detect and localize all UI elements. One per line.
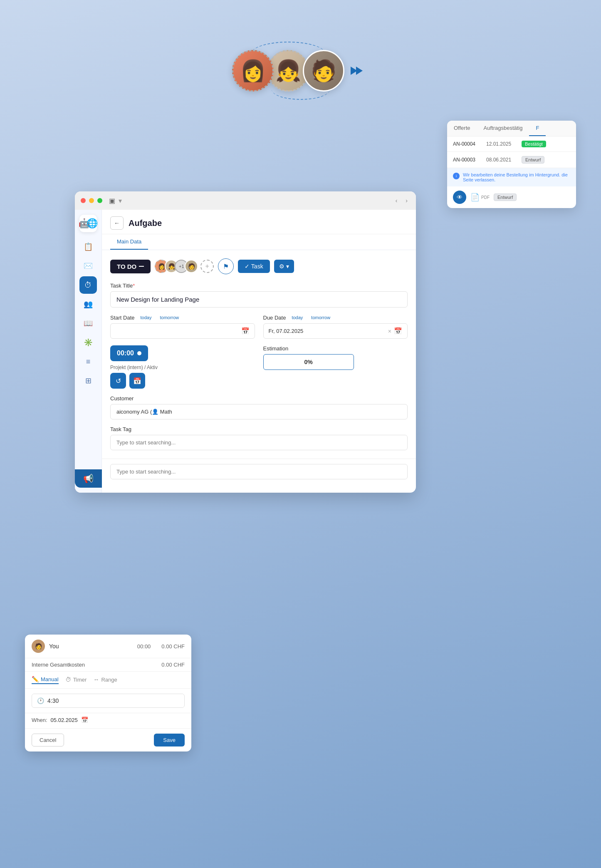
project-label: Projekt (intern) / Aktiv (110, 365, 255, 370)
assignee-3: 🧑 (185, 260, 198, 273)
order-date-1: 12.01.2025 (486, 141, 517, 147)
order-panel-tabs: Offerte Auftragsbestätig F (447, 121, 576, 136)
task-controls: TO DO 👩 👧 +1 🧑 + (110, 258, 408, 274)
order-row-1: AN-00004 12.01.2025 Bestätigt (447, 136, 576, 152)
tab-auftragsbestatigung[interactable]: Auftragsbestätig (477, 121, 529, 136)
view-icon[interactable]: 👁 (453, 191, 466, 204)
mode-range-tab[interactable]: ↔ Range (93, 676, 117, 684)
flag-button[interactable]: ⚑ (218, 258, 234, 274)
order-footer: 👁 📄 PDF Entwurf (447, 186, 576, 208)
clock-icon: 🕐 (37, 697, 44, 704)
order-info: i Wir bearbeiten deine Bestellung im Hin… (447, 168, 576, 186)
task-type-button[interactable]: ✓ Task (238, 260, 270, 273)
back-nav-icon[interactable]: ‹ (393, 196, 400, 205)
time-input[interactable] (47, 697, 179, 704)
due-tomorrow-btn[interactable]: tomorrow (309, 314, 333, 321)
bottom-search-bar (102, 459, 416, 484)
order-id-2: AN-00003 (453, 157, 482, 163)
minimize-dot[interactable] (89, 198, 94, 203)
start-calendar-icon[interactable]: 📅 (241, 327, 250, 335)
sidebar-item-contacts[interactable]: 👥 (79, 295, 97, 313)
time-input-wrapper: 🕐 (32, 694, 185, 708)
back-button[interactable]: ← (110, 216, 124, 230)
when-date: 05.02.2025 (51, 717, 78, 723)
sidebar-item-grid[interactable]: ⊞ (79, 372, 97, 389)
bottom-search-input[interactable] (110, 464, 408, 479)
task-content: TO DO 👩 👧 +1 🧑 + (102, 250, 416, 459)
chevron-down-icon[interactable]: ▾ (119, 197, 122, 205)
flag-icon: ⚑ (223, 263, 229, 270)
user-name: You (49, 643, 133, 650)
gear-icon: ⚙ (279, 263, 284, 270)
sidebar-item-timer[interactable]: ⏱ (79, 276, 97, 294)
project-calendar-button[interactable]: 📅 (129, 373, 145, 389)
sidebar-logo[interactable]: 🤖 🌐 (79, 215, 97, 232)
task-title-input[interactable] (110, 291, 408, 308)
sidebar-item-tasks[interactable]: 📋 (79, 238, 97, 255)
tab-offerte[interactable]: Offerte (447, 121, 477, 136)
time-tracking-panel: 🧑 You 00:00 0.00 CHF Interne Gesamtkoste… (25, 635, 191, 751)
mode-manual-tab[interactable]: ✏️ Manual (32, 676, 59, 684)
order-badge-1: Bestätigt (522, 141, 546, 147)
customer-label: Customer (110, 395, 408, 402)
sidebar: 🤖 🌐 📋 ✉️ ⏱ 👥 📖 ✳️ ≡ (75, 210, 102, 493)
task-tag-input[interactable] (110, 435, 408, 450)
cancel-button[interactable]: Cancel (32, 734, 64, 746)
when-row: When: 05.02.2025 📅 (25, 713, 191, 729)
mode-timer-tab[interactable]: ⏱ Timer (65, 676, 87, 684)
titlebar: ▣ ▾ ‹ › (75, 191, 416, 210)
page-header: ← Aufgabe (102, 210, 416, 234)
when-label: When: (32, 717, 47, 723)
tab-bar: Main Data (102, 234, 416, 250)
required-star: * (133, 283, 135, 289)
start-date-header: Start Date today tomorrow (110, 314, 255, 321)
clock-mode-icon: ⏱ (65, 676, 71, 683)
close-dot[interactable] (81, 198, 86, 203)
layout-icon[interactable]: ▣ (109, 197, 115, 205)
customer-input[interactable] (110, 404, 408, 419)
project-refresh-button[interactable]: ↺ (110, 373, 126, 389)
start-date-label: Start Date (110, 315, 135, 321)
due-date-clear-icon[interactable]: × (388, 328, 391, 335)
estimation-input[interactable] (263, 354, 354, 370)
mail-icon: ✉️ (84, 261, 93, 270)
estimation-row: 00:00 Projekt (intern) / Aktiv ↺ 📅 Estim… (110, 345, 408, 389)
sidebar-item-book[interactable]: 📖 (79, 315, 97, 332)
timer-display[interactable]: 00:00 (110, 345, 148, 361)
start-tomorrow-btn[interactable]: tomorrow (157, 314, 181, 321)
timer-dot (137, 351, 141, 355)
start-date-input[interactable] (116, 328, 239, 334)
order-date-2: 08.06.2021 (486, 157, 517, 163)
customer-row: Customer (110, 395, 408, 419)
tab-main-data[interactable]: Main Data (110, 234, 148, 250)
when-calendar-icon[interactable]: 📅 (81, 717, 88, 723)
sidebar-item-list[interactable]: ≡ (79, 353, 97, 370)
tab-f[interactable]: F (529, 121, 546, 136)
due-today-btn[interactable]: today (289, 314, 305, 321)
forward-nav-icon[interactable]: › (403, 196, 410, 205)
due-date-header: Due Date today tomorrow (263, 314, 408, 321)
estimation-field: Estimation (263, 345, 408, 389)
forward-arrows (351, 67, 363, 75)
add-assignee-button[interactable]: + (200, 260, 214, 273)
settings-button[interactable]: ⚙ ▾ (274, 260, 294, 273)
due-date-input-wrapper: × 📅 (263, 323, 408, 339)
save-button[interactable]: Save (154, 734, 185, 746)
time-panel-cost: Interne Gesamtkosten 0.00 CHF (25, 658, 191, 672)
order-info-text: Wir bearbeiten deine Bestellung im Hinte… (463, 172, 570, 182)
fullscreen-dot[interactable] (97, 198, 102, 203)
time-mode-tabs: ✏️ Manual ⏱ Timer ↔ Range (25, 672, 191, 689)
estimation-label: Estimation (263, 345, 408, 352)
sidebar-item-mail[interactable]: ✉️ (79, 257, 97, 275)
sidebar-item-network[interactable]: ✳️ (79, 334, 97, 351)
entwurf-badge: Entwurf (494, 193, 517, 201)
book-icon: 📖 (84, 319, 93, 328)
due-date-input[interactable] (269, 328, 388, 334)
user-avatar: 🧑 (32, 640, 45, 653)
due-calendar-icon[interactable]: 📅 (394, 327, 402, 335)
order-row-2: AN-00003 08.06.2021 Entwurf (447, 152, 576, 168)
todo-status-badge[interactable]: TO DO (110, 260, 151, 273)
speaker-icon[interactable]: 📢 (83, 474, 94, 484)
start-today-btn[interactable]: today (138, 314, 154, 321)
order-badge-2: Entwurf (522, 156, 544, 164)
